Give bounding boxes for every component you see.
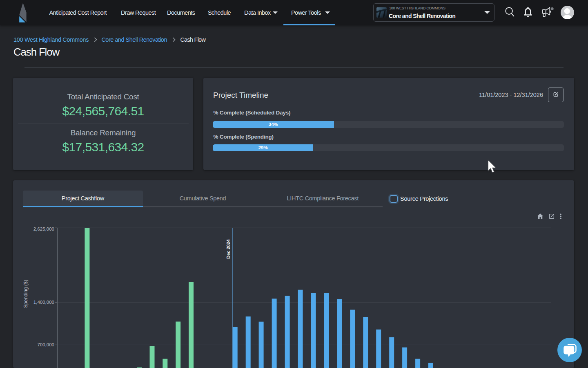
svg-text:2,625,000: 2,625,000 <box>33 227 54 231</box>
svg-text:1,400,000: 1,400,000 <box>33 300 54 305</box>
svg-text:Spending ($): Spending ($) <box>23 280 29 308</box>
svg-text:Dec 2024: Dec 2024 <box>226 239 231 259</box>
svg-text:700,000: 700,000 <box>37 342 54 347</box>
